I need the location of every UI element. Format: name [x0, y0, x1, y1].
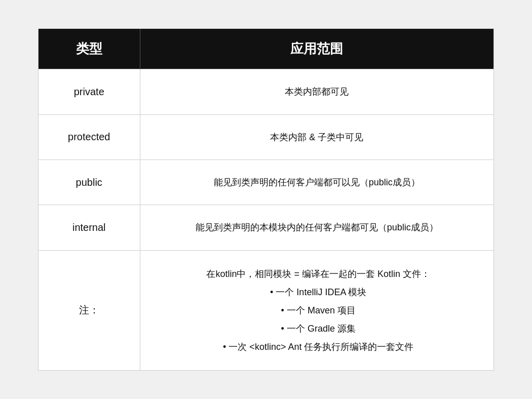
main-table-wrapper: 类型 应用范围 private本类内部都可见protected本类内部 & 子类…	[38, 28, 494, 371]
type-cell-0: private	[39, 69, 140, 114]
type-cell-3: internal	[39, 205, 140, 250]
header-type: 类型	[39, 29, 140, 69]
desc-cell-3: 能见到类声明的本模块内的任何客户端都可见（public成员）	[140, 205, 493, 250]
type-cell-1: protected	[39, 114, 140, 159]
type-cell-2: public	[39, 160, 140, 205]
table-row: private本类内部都可见	[39, 69, 493, 114]
header-scope: 应用范围	[140, 29, 493, 69]
desc-cell-4: 在kotlin中，相同模块 = 编译在一起的一套 Kotlin 文件：• 一个 …	[140, 250, 493, 370]
type-cell-4: 注：	[39, 250, 140, 370]
visibility-table: 类型 应用范围 private本类内部都可见protected本类内部 & 子类…	[39, 29, 493, 370]
table-header-row: 类型 应用范围	[39, 29, 493, 69]
table-row: 注：在kotlin中，相同模块 = 编译在一起的一套 Kotlin 文件：• 一…	[39, 250, 493, 370]
desc-cell-2: 能见到类声明的任何客户端都可以见（public成员）	[140, 160, 493, 205]
desc-cell-1: 本类内部 & 子类中可见	[140, 114, 493, 159]
table-row: public能见到类声明的任何客户端都可以见（public成员）	[39, 160, 493, 205]
table-row: internal能见到类声明的本模块内的任何客户端都可见（public成员）	[39, 205, 493, 250]
table-row: protected本类内部 & 子类中可见	[39, 114, 493, 159]
desc-cell-0: 本类内部都可见	[140, 69, 493, 114]
